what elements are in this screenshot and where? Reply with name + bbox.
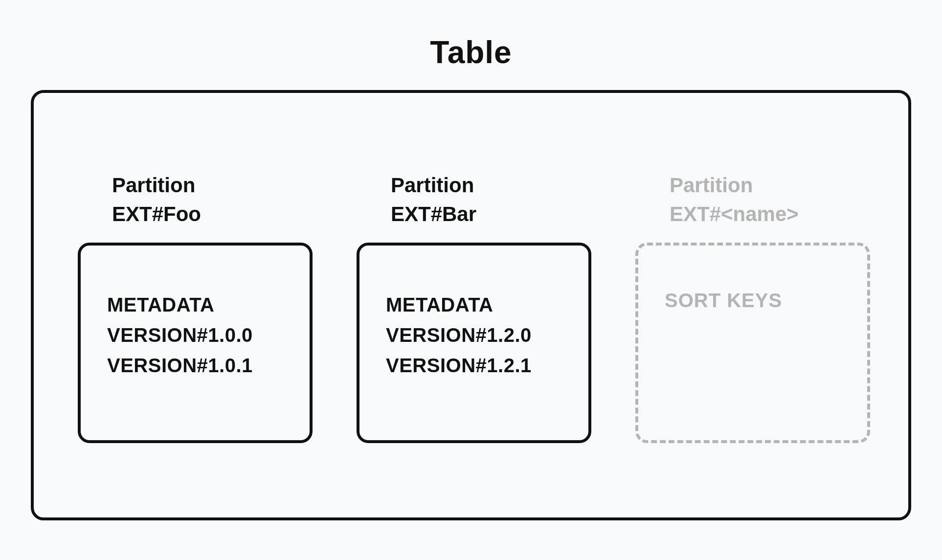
partition-item: VERSION#1.2.0	[386, 320, 569, 350]
sort-keys-label: SORT KEYS	[665, 290, 848, 312]
diagram-title: Table	[29, 34, 913, 70]
partition-item: METADATA	[386, 290, 569, 320]
partition-bar: Partition EXT#Bar METADATA VERSION#1.2.0…	[357, 171, 591, 443]
partition-label-line1: Partition	[112, 171, 313, 200]
partition-label-line2: EXT#Bar	[391, 200, 591, 229]
partition-box-placeholder: SORT KEYS	[635, 243, 870, 443]
partition-label: Partition EXT#Bar	[391, 171, 591, 229]
partition-label-line1: Partition	[391, 171, 591, 200]
partition-label: Partition EXT#Foo	[112, 171, 313, 229]
partitions-row: Partition EXT#Foo METADATA VERSION#1.0.0…	[78, 171, 864, 443]
partition-label-line2: EXT#Foo	[112, 200, 313, 229]
diagram-canvas: Table Partition EXT#Foo METADATA VERSION…	[0, 0, 942, 560]
partition-item: VERSION#1.0.1	[107, 350, 290, 381]
partition-foo: Partition EXT#Foo METADATA VERSION#1.0.0…	[78, 171, 313, 443]
partition-box: METADATA VERSION#1.0.0 VERSION#1.0.1	[78, 243, 313, 443]
table-container: Partition EXT#Foo METADATA VERSION#1.0.0…	[31, 90, 911, 520]
partition-item: VERSION#1.2.1	[386, 350, 569, 381]
partition-label-line1: Partition	[670, 171, 870, 200]
partition-item: VERSION#1.0.0	[107, 320, 290, 350]
partition-item: METADATA	[107, 290, 290, 320]
partition-placeholder: Partition EXT#<name> SORT KEYS	[635, 171, 870, 443]
partition-box: METADATA VERSION#1.2.0 VERSION#1.2.1	[357, 243, 591, 443]
partition-label: Partition EXT#<name>	[670, 171, 870, 229]
partition-label-line2: EXT#<name>	[670, 200, 870, 229]
